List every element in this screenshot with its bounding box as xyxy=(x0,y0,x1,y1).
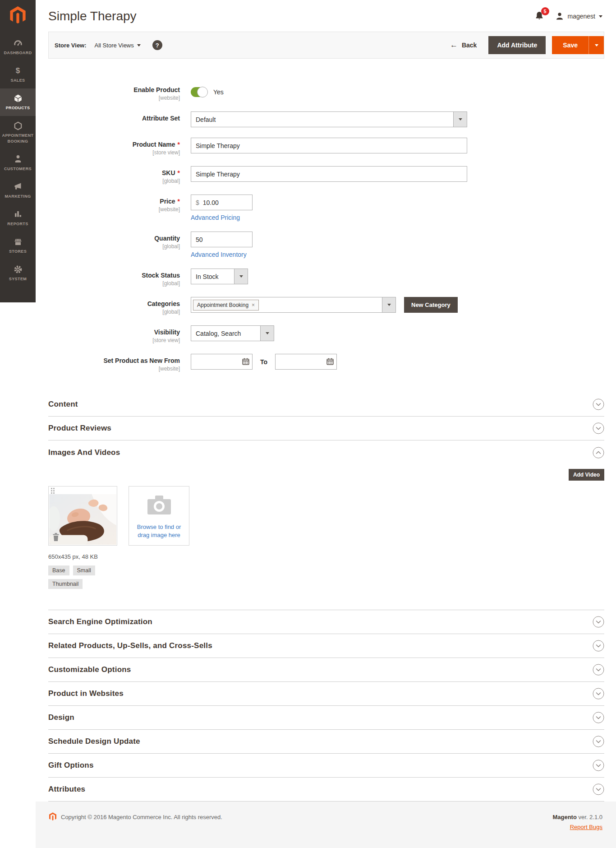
page-header: Simple Therapy 5 magenest xyxy=(36,0,616,32)
reports-icon xyxy=(1,209,35,219)
sidebar-item-sales[interactable]: $ SALES xyxy=(0,61,36,88)
sidebar-item-dashboard[interactable]: DASHBOARD xyxy=(0,33,36,61)
sidebar-item-appointment-booking[interactable]: APPOINTMENT BOOKING xyxy=(0,116,36,149)
quantity-input[interactable] xyxy=(191,232,253,247)
new-to-date-field xyxy=(275,354,337,370)
section-gift-options[interactable]: Gift Options xyxy=(48,754,604,778)
chevron-down-icon xyxy=(137,44,141,48)
field-quantity: Quantity [global] Advanced Inventory xyxy=(48,232,604,258)
new-from-date-field xyxy=(191,354,253,370)
sidebar-item-system[interactable]: SYSTEM xyxy=(0,259,36,287)
calendar-icon[interactable] xyxy=(242,358,249,366)
chevron-down-circle-icon[interactable] xyxy=(593,616,604,628)
save-split-button: Save xyxy=(552,36,604,54)
notifications-button[interactable]: 5 xyxy=(534,11,544,22)
section-customizable-options[interactable]: Customizable Options xyxy=(48,658,604,682)
customers-icon xyxy=(1,154,35,164)
sidebar-item-products[interactable]: PRODUCTS xyxy=(0,88,36,116)
product-name-input[interactable] xyxy=(191,138,467,153)
magento-admin-page: DASHBOARD $ SALES PRODUCTS APPOINTME xyxy=(0,0,616,848)
dashboard-icon xyxy=(1,38,35,48)
field-price: Price * [website] $ Advanced Pricing xyxy=(48,195,604,221)
required-mark: * xyxy=(178,198,180,205)
currency-symbol: $ xyxy=(191,199,199,206)
required-mark: * xyxy=(178,141,180,148)
chevron-down-circle-icon[interactable] xyxy=(593,712,604,723)
role-badge-small: Small xyxy=(73,565,95,575)
visibility-select[interactable]: Catalog, Search xyxy=(191,325,274,341)
back-button[interactable]: ← Back xyxy=(450,41,477,50)
magento-logo-icon xyxy=(10,6,26,24)
image-upload-dropzone[interactable]: Browse to find or drag image here xyxy=(129,486,189,546)
username: magenest xyxy=(568,13,595,20)
chevron-down-circle-icon[interactable] xyxy=(593,422,604,434)
new-category-button[interactable]: New Category xyxy=(404,297,458,313)
section-search-engine-optimization[interactable]: Search Engine Optimization xyxy=(48,610,604,634)
categories-field[interactable]: Appointment Booking × xyxy=(191,297,396,313)
add-attribute-button[interactable]: Add Attribute xyxy=(488,36,546,54)
section-product-reviews[interactable]: Product Reviews xyxy=(48,417,604,440)
product-image-tile[interactable] xyxy=(48,486,117,546)
save-button[interactable]: Save xyxy=(552,36,588,54)
page-title: Simple Therapy xyxy=(48,9,137,23)
chevron-down-icon[interactable] xyxy=(382,297,395,312)
toggle-knob xyxy=(197,87,208,97)
help-icon[interactable]: ? xyxy=(152,40,162,50)
chevron-down-circle-icon[interactable] xyxy=(593,399,604,410)
enable-product-toggle[interactable] xyxy=(191,87,207,97)
images-panel: Add Video xyxy=(48,464,604,610)
field-visibility: Visibility [store view] Catalog, Search xyxy=(48,325,604,343)
sidebar-item-stores[interactable]: STORES xyxy=(0,232,36,259)
chevron-down-icon xyxy=(260,326,274,341)
chevron-down-circle-icon[interactable] xyxy=(593,760,604,771)
field-attribute-set: Attribute Set Default xyxy=(48,111,604,127)
chevron-down-circle-icon[interactable] xyxy=(593,640,604,652)
remove-category-button[interactable]: × xyxy=(252,302,255,308)
field-product-name: Product Name * [store view] xyxy=(48,138,604,156)
stock-status-select[interactable]: In Stock xyxy=(191,269,248,284)
chevron-down-circle-icon[interactable] xyxy=(593,783,604,795)
trash-icon[interactable] xyxy=(52,533,60,543)
category-chip: Appointment Booking × xyxy=(193,300,259,310)
back-arrow-icon: ← xyxy=(450,41,458,50)
page-actions-toolbar: Store View: All Store Views ? ← Back Add… xyxy=(48,32,604,59)
section-design[interactable]: Design xyxy=(48,706,604,730)
section-images-and-videos[interactable]: Images And Videos xyxy=(48,440,604,464)
price-input[interactable] xyxy=(199,199,240,206)
image-meta: 650x435 px, 48 KB xyxy=(48,553,604,560)
chevron-up-circle-icon[interactable] xyxy=(593,447,604,459)
section-attributes[interactable]: Attributes xyxy=(48,778,604,802)
calendar-icon[interactable] xyxy=(326,358,334,366)
image-role-badges: Base Small Thumbnail xyxy=(48,565,125,589)
magento-logo[interactable] xyxy=(0,0,36,33)
section-product-in-websites[interactable]: Product in Websites xyxy=(48,682,604,706)
field-enable-product: Enable Product [website] Yes xyxy=(48,83,604,101)
copyright-text: Copyright © 2016 Magento Commerce Inc. A… xyxy=(61,812,222,820)
add-video-button[interactable]: Add Video xyxy=(569,469,604,481)
save-options-toggle[interactable] xyxy=(588,36,604,54)
field-stock-status: Stock Status [global] In Stock xyxy=(48,269,604,287)
price-field: $ xyxy=(191,195,253,210)
sidebar-item-reports[interactable]: REPORTS xyxy=(0,204,36,232)
sidebar-item-marketing[interactable]: MARKETING xyxy=(0,177,36,204)
attribute-set-select[interactable]: Default xyxy=(191,111,467,127)
section-related-products[interactable]: Related Products, Up-Sells, and Cross-Se… xyxy=(48,634,604,658)
store-view-switcher[interactable]: All Store Views xyxy=(95,42,141,49)
product-form: Enable Product [website] Yes Attribute S… xyxy=(48,83,604,372)
marketing-icon xyxy=(1,182,35,191)
chevron-down-circle-icon[interactable] xyxy=(593,736,604,747)
section-content[interactable]: Content xyxy=(48,393,604,417)
report-bugs-link[interactable]: Report Bugs xyxy=(570,824,602,830)
sku-input[interactable] xyxy=(191,166,467,182)
sidebar-item-customers[interactable]: CUSTOMERS xyxy=(0,149,36,177)
chevron-down-circle-icon[interactable] xyxy=(593,688,604,700)
section-schedule-design-update[interactable]: Schedule Design Update xyxy=(48,730,604,754)
user-menu[interactable]: magenest xyxy=(555,12,602,21)
advanced-inventory-link[interactable]: Advanced Inventory xyxy=(191,251,247,258)
sidebar-nav: DASHBOARD $ SALES PRODUCTS APPOINTME xyxy=(0,33,36,287)
user-icon xyxy=(555,12,564,21)
chevron-down-circle-icon[interactable] xyxy=(593,664,604,676)
sales-icon: $ xyxy=(1,66,35,75)
advanced-pricing-link[interactable]: Advanced Pricing xyxy=(191,214,240,221)
system-gear-icon xyxy=(1,264,35,274)
